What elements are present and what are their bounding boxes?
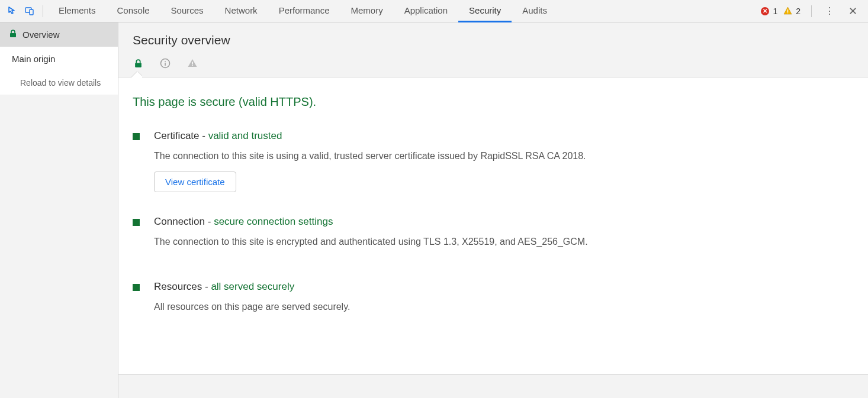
tab-sources[interactable]: Sources: [160, 0, 214, 22]
inspect-element-icon[interactable]: [5, 3, 21, 20]
security-content: Security overview This page is secure (v…: [118, 22, 868, 398]
svg-rect-5: [135, 63, 142, 67]
connection-title: Connection - secure connection settings: [154, 216, 654, 228]
secure-bullet-icon: [133, 284, 140, 291]
sidebar-item-overview[interactable]: Overview: [0, 22, 118, 47]
more-options-icon[interactable]: ⋮: [819, 3, 840, 19]
error-icon[interactable]: ✕: [761, 7, 769, 15]
svg-rect-2: [787, 9, 788, 12]
connection-description: The connection to this site is encrypted…: [154, 235, 654, 249]
separator: [43, 5, 43, 17]
svg-rect-3: [787, 12, 788, 13]
resources-description: All resources on this page are served se…: [154, 300, 654, 314]
sidebar-overview-label: Overview: [22, 30, 60, 40]
device-toggle-icon[interactable]: [21, 3, 38, 20]
warning-icon[interactable]: [783, 7, 792, 15]
error-count: 1: [773, 7, 777, 16]
content-body: This page is secure (valid HTTPS). Certi…: [118, 77, 868, 374]
section-resources: Resources - all served securely All reso…: [133, 281, 654, 322]
tab-elements[interactable]: Elements: [48, 0, 107, 22]
lock-icon: [9, 30, 17, 40]
secure-bullet-icon: [133, 219, 140, 226]
tab-performance[interactable]: Performance: [268, 0, 340, 22]
tab-network[interactable]: Network: [214, 0, 268, 22]
sidebar-main-origin-label: Main origin: [12, 54, 55, 64]
svg-rect-8: [165, 61, 166, 62]
view-certificate-button[interactable]: View certificate: [154, 172, 236, 192]
warning-count: 2: [796, 7, 801, 16]
svg-rect-4: [10, 33, 16, 37]
toolbar-left-group: Elements Console Sources Network Perform…: [5, 0, 558, 22]
panel-tabs: Elements Console Sources Network Perform…: [48, 0, 558, 22]
toolbar-right-group: ✕ 1 2 ⋮ ✕: [761, 2, 863, 20]
not-secure-warning-icon[interactable]: [187, 58, 198, 69]
resources-title: Resources - all served securely: [154, 281, 654, 293]
content-title: Security overview: [133, 33, 854, 47]
sidebar-reload-message: Reload to view details: [0, 71, 118, 95]
info-icon[interactable]: [160, 58, 171, 69]
secure-lock-icon[interactable]: [133, 58, 143, 69]
svg-rect-10: [192, 65, 193, 66]
certificate-title: Certificate - valid and trusted: [154, 130, 654, 142]
separator: [811, 5, 812, 17]
tab-console[interactable]: Console: [107, 0, 160, 22]
svg-rect-9: [192, 62, 193, 64]
tab-security[interactable]: Security: [458, 0, 512, 22]
status-icon-row: [133, 58, 854, 77]
content-header: Security overview: [118, 22, 868, 77]
content-footer: [118, 374, 868, 398]
svg-rect-7: [165, 63, 166, 66]
security-sidebar: Overview Main origin Reload to view deta…: [0, 22, 118, 398]
tab-memory[interactable]: Memory: [340, 0, 394, 22]
tab-application[interactable]: Application: [394, 0, 458, 22]
main-area: Overview Main origin Reload to view deta…: [0, 22, 868, 398]
close-devtools-icon[interactable]: ✕: [843, 2, 863, 20]
section-certificate: Certificate - valid and trusted The conn…: [133, 130, 654, 192]
tab-audits[interactable]: Audits: [512, 0, 558, 22]
section-connection: Connection - secure connection settings …: [133, 216, 654, 257]
secure-bullet-icon: [133, 133, 140, 140]
devtools-toolbar: Elements Console Sources Network Perform…: [0, 0, 868, 22]
active-status-pointer: [131, 72, 142, 77]
security-headline: This page is secure (valid HTTPS).: [133, 95, 854, 109]
svg-rect-1: [30, 9, 33, 15]
certificate-description: The connection to this site is using a v…: [154, 149, 654, 163]
sidebar-item-main-origin[interactable]: Main origin: [0, 47, 118, 71]
